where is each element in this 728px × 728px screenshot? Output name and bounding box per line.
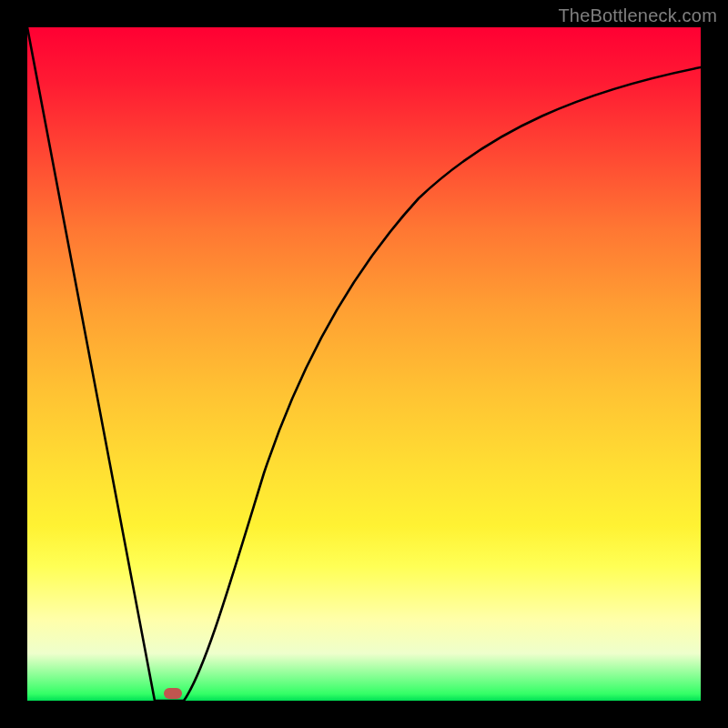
curve-path [27, 27, 701, 701]
bottleneck-curve [27, 27, 701, 701]
attribution-label: TheBottleneck.com [558, 5, 717, 26]
plot-area [27, 27, 701, 701]
min-marker [164, 688, 182, 699]
chart-frame: TheBottleneck.com [0, 0, 728, 728]
